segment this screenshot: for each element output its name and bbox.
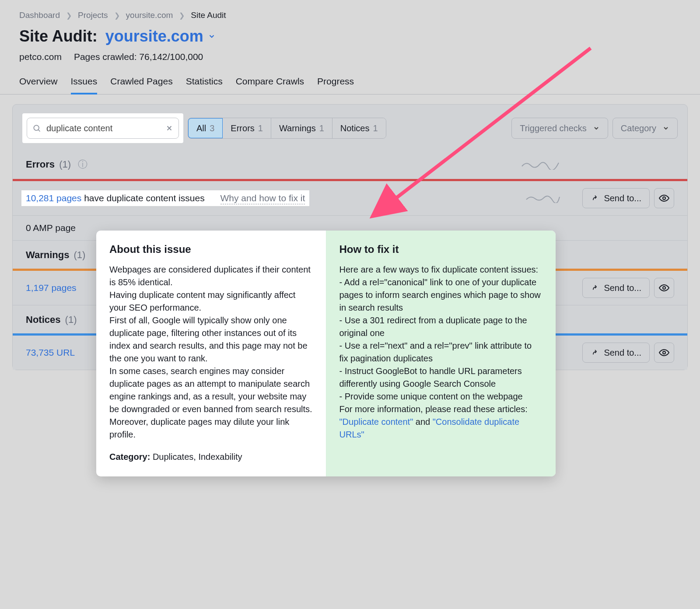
pages-link[interactable]: 1,197 pages xyxy=(26,283,77,293)
link-duplicate-content[interactable]: "Duplicate content" xyxy=(340,417,413,427)
seg-count: 3 xyxy=(210,123,214,133)
tab-crawled-pages[interactable]: Crawled Pages xyxy=(110,76,172,94)
clear-icon[interactable] xyxy=(165,124,173,132)
tab-issues[interactable]: Issues xyxy=(71,76,98,94)
issue-help-popover: About this issue Webpages are considered… xyxy=(96,231,556,476)
category-label: Category: xyxy=(109,452,150,462)
seg-count: 1 xyxy=(258,123,263,133)
send-to-button[interactable]: Send to... xyxy=(582,343,650,363)
chevron-down-icon xyxy=(662,125,669,132)
seg-notices[interactable]: Notices 1 xyxy=(332,118,386,138)
category-value: Duplicates, Indexability xyxy=(150,452,242,462)
info-icon[interactable]: ⓘ xyxy=(78,159,88,170)
crumb-current: Site Audit xyxy=(191,10,226,20)
chevron-right-icon: ❯ xyxy=(114,11,120,20)
triggered-checks-dropdown[interactable]: Triggered checks xyxy=(511,118,608,139)
page-title-row: Site Audit: yoursite.com xyxy=(0,20,700,46)
section-count: (1) xyxy=(59,159,71,170)
domain-label: petco.com xyxy=(19,52,62,62)
fix-item: - Instruct GoogleBot to handle URL param… xyxy=(340,365,543,390)
dd-label: Triggered checks xyxy=(520,123,587,133)
sparkline-icon xyxy=(521,159,560,170)
tab-progress[interactable]: Progress xyxy=(317,76,354,94)
send-label: Send to... xyxy=(604,193,641,203)
send-to-button[interactable]: Send to... xyxy=(582,188,650,208)
type-filter: All 3 Errors 1 Warnings 1 Notices 1 xyxy=(188,118,386,139)
tab-compare-crawls[interactable]: Compare Crawls xyxy=(236,76,304,94)
eye-icon xyxy=(659,347,669,358)
svg-point-4 xyxy=(663,197,665,200)
tabs: Overview Issues Crawled Pages Statistics… xyxy=(0,62,700,94)
seg-label: Notices xyxy=(340,123,370,133)
section-count: (1) xyxy=(74,249,86,260)
site-name: yoursite.com xyxy=(105,27,203,46)
about-column: About this issue Webpages are considered… xyxy=(96,231,326,476)
chevron-down-icon xyxy=(593,125,600,132)
about-body: Webpages are considered duplicates if th… xyxy=(109,263,313,441)
fix-column: How to fix it Here are a few ways to fix… xyxy=(326,231,556,476)
issue-text: have duplicate content issues xyxy=(81,193,204,203)
view-button[interactable] xyxy=(654,278,674,298)
view-button[interactable] xyxy=(654,188,674,208)
tab-overview[interactable]: Overview xyxy=(19,76,58,94)
issue-text: 0 AMP page xyxy=(26,223,76,233)
about-title: About this issue xyxy=(109,242,313,257)
fix-item: - Add a rel="canonical" link to one of y… xyxy=(340,276,543,314)
seg-warnings[interactable]: Warnings 1 xyxy=(271,118,332,138)
share-icon xyxy=(591,194,599,203)
section-count: (1) xyxy=(65,314,77,325)
category-dropdown[interactable]: Category xyxy=(612,118,678,139)
breadcrumb: Dashboard ❯ Projects ❯ yoursite.com ❯ Si… xyxy=(0,0,700,20)
send-to-button[interactable]: Send to... xyxy=(582,278,650,298)
eye-icon xyxy=(659,193,669,203)
crumb-dashboard[interactable]: Dashboard xyxy=(19,10,60,20)
fix-and: and xyxy=(413,417,432,427)
eye-icon xyxy=(659,283,669,293)
search-highlight xyxy=(22,113,183,143)
view-button[interactable] xyxy=(654,343,674,363)
svg-point-0 xyxy=(34,125,39,130)
fix-item: - Use a 301 redirect from a duplicate pa… xyxy=(340,314,543,340)
issue-row-duplicate-content[interactable]: 10,281 pages have duplicate content issu… xyxy=(13,181,687,216)
chevron-right-icon: ❯ xyxy=(179,11,185,20)
share-icon xyxy=(591,348,599,357)
sub-info: petco.com Pages crawled: 76,142/100,000 xyxy=(0,46,700,62)
seg-count: 1 xyxy=(373,123,378,133)
search-icon xyxy=(32,124,41,133)
search-box[interactable] xyxy=(27,118,179,139)
section-label: Errors xyxy=(26,159,55,170)
dd-label: Category xyxy=(621,123,656,133)
pages-link[interactable]: 73,735 URL xyxy=(26,347,75,358)
crawled-label: Pages crawled: 76,142/100,000 xyxy=(74,52,203,62)
section-label: Notices xyxy=(26,314,60,325)
share-icon xyxy=(591,284,599,292)
svg-point-6 xyxy=(663,351,665,354)
seg-label: Warnings xyxy=(279,123,316,133)
seg-all[interactable]: All 3 xyxy=(188,118,223,139)
section-label: Warnings xyxy=(26,249,69,260)
page-title: Site Audit: xyxy=(19,27,98,46)
filter-row: All 3 Errors 1 Warnings 1 Notices 1 Trig… xyxy=(13,110,687,149)
chevron-right-icon: ❯ xyxy=(66,11,72,20)
svg-point-5 xyxy=(663,287,665,289)
site-dropdown[interactable]: yoursite.com xyxy=(105,27,216,46)
seg-label: Errors xyxy=(231,123,254,133)
pages-link[interactable]: 10,281 pages xyxy=(26,193,81,203)
fix-title: How to fix it xyxy=(340,242,543,257)
seg-count: 1 xyxy=(319,123,324,133)
send-label: Send to... xyxy=(604,348,641,358)
fix-item: - Use a rel="next" and a rel="prev" link… xyxy=(340,340,543,365)
crumb-site[interactable]: yoursite.com xyxy=(126,10,173,20)
search-input[interactable] xyxy=(46,123,160,133)
why-link[interactable]: Why and how to fix it xyxy=(220,193,305,204)
category-line: Category: Duplicates, Indexability xyxy=(109,451,313,463)
seg-errors[interactable]: Errors 1 xyxy=(223,118,271,138)
fix-intro: Here are a few ways to fix duplicate con… xyxy=(340,263,543,276)
crumb-projects[interactable]: Projects xyxy=(78,10,108,20)
send-label: Send to... xyxy=(604,283,641,293)
seg-label: All xyxy=(196,123,206,133)
section-errors-header: Errors (1) ⓘ xyxy=(13,149,687,179)
fix-more: For more information, please read these … xyxy=(340,403,543,441)
tab-statistics[interactable]: Statistics xyxy=(186,76,223,94)
chevron-down-icon xyxy=(208,32,216,40)
